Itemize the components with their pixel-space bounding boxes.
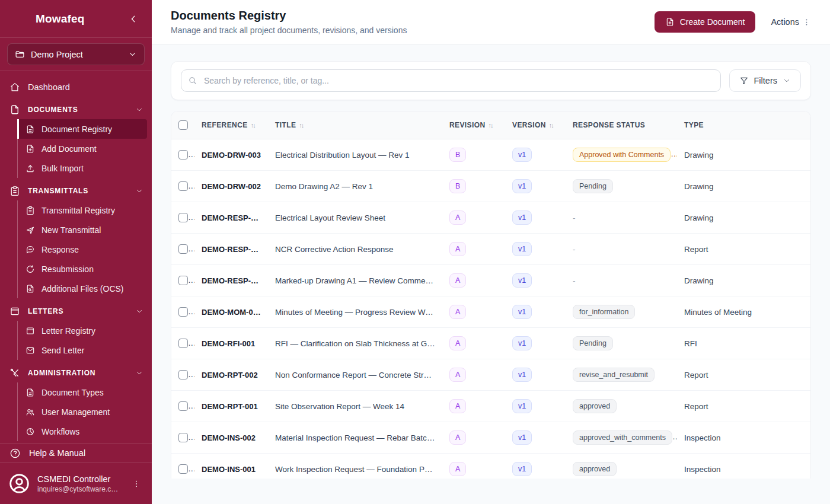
- version-badge: v1: [512, 148, 532, 162]
- row-checkbox[interactable]: [178, 433, 188, 442]
- cell-reference[interactable]: DEMO-DRW-002: [194, 171, 268, 202]
- cell-response-status: for_information: [566, 296, 677, 328]
- sidebar-section-label: TRANSMITTALS: [28, 187, 88, 195]
- cell-response-status: approved_with_comments: [566, 422, 677, 454]
- row-checkbox[interactable]: [178, 339, 188, 348]
- version-badge: v1: [512, 179, 532, 194]
- cell-response-status: -: [566, 265, 677, 296]
- folder-icon: [15, 49, 25, 59]
- sidebar-section-administration[interactable]: ADMINISTRATION: [0, 363, 152, 382]
- row-checkbox[interactable]: [178, 150, 188, 160]
- cell-title[interactable]: Minutes of Meeting — Progress Review Wee…: [268, 296, 442, 328]
- cell-reference[interactable]: DEMO-RPT-001: [194, 391, 268, 422]
- row-checkbox[interactable]: [178, 370, 188, 379]
- sidebar-item-send-letter[interactable]: Send Letter: [18, 340, 152, 360]
- sidebar-item-bulk-import[interactable]: Bulk Import: [18, 158, 152, 178]
- sidebar-item-label: Resubmission: [42, 264, 94, 274]
- sidebar-item-label: Document Types: [42, 388, 104, 397]
- row-checkbox[interactable]: [178, 276, 188, 285]
- sidebar-item-document-registry[interactable]: Document Registry: [17, 119, 147, 139]
- cell-title[interactable]: NCR Corrective Action Response: [268, 234, 442, 265]
- search-icon: [188, 76, 197, 85]
- cell-title[interactable]: Demo Drawing A2 — Rev 1: [268, 171, 442, 202]
- cell-title[interactable]: Marked-up Drawing A1 — Review Comments: [268, 265, 442, 296]
- content-area: Filters Reference↑↓Title↑↓Revision↑↓Vers…: [152, 44, 830, 504]
- project-selector[interactable]: Demo Project: [7, 43, 145, 65]
- cell-revision: A: [442, 422, 505, 454]
- column-header-title[interactable]: Title↑↓: [268, 111, 442, 139]
- sidebar-item-add-document[interactable]: Add Document: [18, 139, 152, 158]
- cell-title[interactable]: Material Inspection Request — Rebar Batc…: [268, 422, 442, 454]
- sidebar-sublist-administration: Document TypesUser ManagementWorkflows: [17, 382, 152, 441]
- cell-reference[interactable]: DEMO-RESP-001: [194, 265, 268, 296]
- status-badge: Pending: [573, 179, 613, 194]
- sidebar-item-label: Transmittal Registry: [42, 206, 115, 215]
- cell-reference[interactable]: DEMO-INS-001: [194, 454, 268, 479]
- user-menu-kebab-icon[interactable]: [129, 477, 143, 491]
- sidebar-sublist-letters: Letter RegistrySend Letter: [17, 321, 152, 360]
- search-filter-card: Filters: [171, 61, 811, 100]
- revision-badge: A: [449, 242, 466, 257]
- cell-title[interactable]: Site Observation Report — Week 14: [268, 391, 442, 422]
- cell-title[interactable]: Electrical Layout Review Sheet: [268, 202, 442, 234]
- user-email: inquires@cytsoftware.c…: [37, 485, 122, 493]
- sidebar-item-user-management[interactable]: User Management: [18, 402, 152, 422]
- select-all-checkbox[interactable]: [178, 120, 188, 130]
- create-document-button[interactable]: Create Document: [655, 11, 756, 33]
- cell-reference[interactable]: DEMO-RESP-003: [194, 202, 268, 234]
- sidebar-section-label: LETTERS: [28, 307, 63, 315]
- page-header: Documents Registry Manage and track all …: [152, 0, 830, 44]
- sidebar-item-transmittal-registry[interactable]: Transmittal Registry: [18, 200, 152, 220]
- sidebar-section-transmittals[interactable]: TRANSMITTALS: [0, 181, 152, 200]
- file-search-icon: [25, 284, 35, 294]
- version-badge: v1: [512, 336, 532, 351]
- cell-reference[interactable]: DEMO-MOM-001: [194, 296, 268, 328]
- help-manual-button[interactable]: Help & Manual: [0, 443, 152, 463]
- sidebar-item-resubmission[interactable]: Resubmission: [18, 259, 152, 279]
- cell-title[interactable]: Non Conformance Report — Concrete Streng…: [268, 359, 442, 391]
- sidebar-item-new-transmittal[interactable]: New Transmittal: [18, 220, 152, 240]
- status-badge: approved: [573, 462, 617, 477]
- sidebar-collapse-button[interactable]: [128, 14, 139, 24]
- help-manual-label: Help & Manual: [29, 448, 85, 458]
- cell-type: Drawing: [677, 265, 810, 296]
- row-checkbox[interactable]: [178, 181, 188, 191]
- sidebar-item-dashboard[interactable]: Dashboard: [0, 77, 152, 97]
- search-input[interactable]: [181, 69, 721, 92]
- cell-reference[interactable]: DEMO-RFI-001: [194, 328, 268, 359]
- cell-reference[interactable]: DEMO-DRW-003: [194, 139, 268, 171]
- user-account-row[interactable]: CSMEDI Controller inquires@cytsoftware.c…: [0, 463, 152, 504]
- sidebar-item-document-types[interactable]: Document Types: [18, 382, 152, 402]
- revision-badge: A: [449, 336, 466, 351]
- cell-title[interactable]: Electrical Distribution Layout — Rev 1: [268, 139, 442, 171]
- column-header-reference[interactable]: Reference↑↓: [194, 111, 268, 139]
- cell-reference[interactable]: DEMO-INS-002: [194, 422, 268, 454]
- filters-button[interactable]: Filters: [729, 69, 801, 92]
- column-header-version[interactable]: Version↑↓: [505, 111, 566, 139]
- sidebar-item-letter-registry[interactable]: Letter Registry: [18, 321, 152, 340]
- cell-revision: A: [442, 234, 505, 265]
- revision-badge: A: [449, 430, 466, 445]
- sidebar-section-letters[interactable]: LETTERS: [0, 301, 152, 321]
- cell-reference[interactable]: DEMO-RESP-002: [194, 234, 268, 265]
- cell-reference[interactable]: DEMO-RPT-002: [194, 359, 268, 391]
- sidebar-item-response[interactable]: Response: [18, 240, 152, 259]
- cell-version: v1: [505, 391, 566, 422]
- row-checkbox[interactable]: [178, 464, 188, 474]
- sidebar-section-documents[interactable]: DOCUMENTS: [0, 100, 152, 119]
- cell-type: Inspection: [677, 454, 810, 479]
- column-header-type: Type: [677, 111, 810, 139]
- cell-revision: A: [442, 265, 505, 296]
- sidebar-item-additional-files-ocs-[interactable]: Additional Files (OCS): [18, 279, 152, 298]
- row-checkbox[interactable]: [178, 244, 188, 254]
- column-header-revision[interactable]: Revision↑↓: [442, 111, 505, 139]
- cell-version: v1: [505, 296, 566, 328]
- row-checkbox[interactable]: [178, 401, 188, 411]
- users-icon: [25, 407, 35, 417]
- row-checkbox[interactable]: [178, 213, 188, 222]
- row-checkbox[interactable]: [178, 307, 188, 317]
- cell-title[interactable]: Work Inspection Request — Foundation Pou…: [268, 454, 442, 479]
- cell-title[interactable]: RFI — Clarification on Slab Thickness at…: [268, 328, 442, 359]
- actions-button[interactable]: Actions: [771, 17, 811, 27]
- sidebar-item-workflows[interactable]: Workflows: [18, 422, 152, 441]
